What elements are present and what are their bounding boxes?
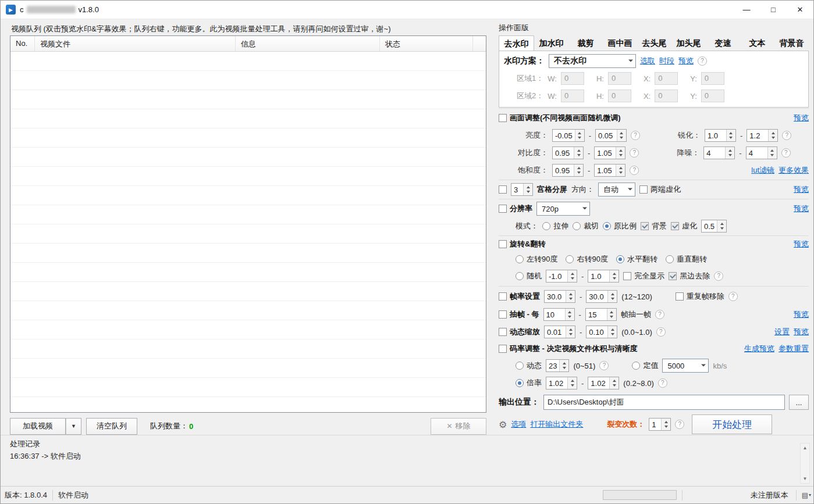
mode-crop-radio[interactable]: 裁切 [573, 221, 599, 231]
tab-remove-watermark[interactable]: 去水印 [499, 35, 534, 51]
options-link[interactable]: 选项 [511, 419, 526, 430]
region2-h-input[interactable]: 0 [608, 90, 631, 102]
more-effects-link[interactable]: 更多效果 [779, 165, 809, 176]
frame-extract-checkbox[interactable]: 抽帧 - 每 [499, 309, 539, 320]
tab-add-intro-outro[interactable]: 加头尾 [671, 35, 706, 51]
time-period-link[interactable]: 时段 [659, 56, 674, 66]
gear-icon[interactable]: ⚙ [499, 419, 507, 430]
tab-background-audio[interactable]: 背景音 [774, 35, 809, 51]
maximize-button[interactable]: □ [760, 1, 787, 19]
log-scrollbar[interactable]: ▲ ▼ [800, 443, 810, 484]
clear-queue-button[interactable]: 清空队列 [86, 418, 137, 435]
dynamic-zoom-checkbox[interactable]: 动态缩放 [499, 327, 540, 337]
grid-count-spinner[interactable]: 3 [511, 183, 533, 196]
blur-amount-spinner[interactable]: 0.5 [701, 220, 727, 233]
remove-button[interactable]: ✕ 移除 [431, 418, 486, 435]
mode-stretch-radio[interactable]: 拉伸 [542, 221, 568, 231]
col-no[interactable]: No. [10, 36, 35, 51]
rotate-min-spinner[interactable]: -1.0 [546, 270, 577, 283]
background-checkbox[interactable]: 背景 [641, 221, 667, 231]
bitrate-dynamic-radio[interactable]: 动态 [516, 360, 542, 371]
rotate-random-radio[interactable]: 随机 [516, 271, 542, 281]
load-video-button[interactable]: 加载视频 [10, 418, 66, 435]
zoom-max-spinner[interactable]: 0.10 [586, 326, 617, 338]
rotate-max-spinner[interactable]: 1.0 [588, 270, 619, 283]
region2-y-input[interactable]: 0 [701, 90, 724, 102]
sharpen-min-spinner[interactable]: 1.0 [705, 129, 736, 142]
tab-add-watermark[interactable]: 加水印 [534, 35, 568, 51]
full-display-checkbox[interactable]: 完全显示 [623, 271, 664, 281]
scroll-up-icon[interactable]: ▲ [801, 444, 809, 452]
region1-x-input[interactable]: 0 [655, 72, 678, 85]
scroll-down-icon[interactable]: ▼ [801, 474, 809, 483]
output-path-input[interactable] [543, 395, 785, 410]
contrast-min-spinner[interactable]: 0.95 [552, 146, 584, 159]
region1-h-input[interactable]: 0 [608, 72, 631, 85]
rotate-flip-checkbox[interactable]: 旋转&翻转 [499, 239, 545, 249]
saturation-max-spinner[interactable]: 1.05 [594, 164, 625, 177]
direction-select[interactable]: 自动 [598, 183, 635, 196]
multiplier-max-spinner[interactable]: 1.02 [588, 377, 619, 389]
help-icon[interactable]: ? [656, 327, 666, 337]
grid-split-checkbox[interactable] [499, 185, 507, 194]
region1-y-input[interactable]: 0 [701, 72, 724, 85]
tab-picture-in-picture[interactable]: 画中画 [603, 35, 637, 51]
fission-count-spinner[interactable]: 1 [649, 418, 671, 431]
extract-preview-link[interactable]: 预览 [794, 309, 809, 320]
framerate-min-spinner[interactable]: 30.0 [544, 290, 575, 303]
brightness-min-spinner[interactable]: -0.05 [552, 129, 585, 142]
load-video-dropdown[interactable]: ▼ [66, 418, 81, 435]
blur-checkbox[interactable]: 虚化 [671, 221, 697, 231]
framerate-max-spinner[interactable]: 30.0 [586, 290, 617, 303]
resolution-select[interactable]: 720p [536, 202, 590, 216]
rotate-preview-link[interactable]: 预览 [794, 239, 809, 249]
zoom-min-spinner[interactable]: 0.01 [544, 326, 575, 338]
region2-x-input[interactable]: 0 [655, 90, 678, 102]
adjust-preview-link[interactable]: 预览 [794, 113, 809, 123]
lut-filter-link[interactable]: lut滤镜 [751, 165, 774, 176]
help-icon[interactable]: ? [728, 292, 738, 301]
help-icon[interactable]: ? [599, 361, 609, 370]
brightness-max-spinner[interactable]: 0.05 [595, 129, 627, 142]
framerate-checkbox[interactable]: 帧率设置 [499, 291, 540, 302]
zoom-preview-link[interactable]: 预览 [794, 327, 809, 337]
watermark-preview-link[interactable]: 预览 [678, 56, 694, 66]
statusbar-menu-icon[interactable]: ▤ ▾ [802, 491, 811, 499]
help-icon[interactable]: ? [631, 131, 640, 140]
param-reset-link[interactable]: 参数重置 [779, 344, 809, 354]
tab-crop[interactable]: 裁剪 [568, 35, 603, 51]
fixed-bitrate-select[interactable]: 5000 [662, 359, 709, 373]
generate-preview-link[interactable]: 生成预览 [744, 344, 774, 354]
grid-preview-link[interactable]: 预览 [794, 184, 809, 195]
bitrate-checkbox[interactable]: 码率调整 - 决定视频文件体积与清晰度 [499, 344, 638, 354]
bitrate-fixed-radio[interactable]: 定值 [632, 360, 658, 371]
region1-w-input[interactable]: 0 [561, 72, 584, 85]
help-icon[interactable]: ? [781, 148, 791, 158]
help-icon[interactable]: ? [675, 420, 684, 429]
bitrate-multiplier-radio[interactable]: 倍率 [516, 378, 542, 388]
tab-remove-intro-outro[interactable]: 去头尾 [637, 35, 671, 51]
browse-button[interactable]: ... [789, 395, 809, 410]
help-icon[interactable]: ? [698, 56, 707, 66]
help-icon[interactable]: ? [630, 166, 639, 175]
help-icon[interactable]: ? [658, 378, 667, 388]
col-info[interactable]: 信息 [236, 36, 380, 51]
help-icon[interactable]: ? [782, 131, 791, 140]
zoom-settings-link[interactable]: 设置 [774, 327, 790, 337]
sharpen-max-spinner[interactable]: 1.2 [747, 129, 778, 142]
col-video-file[interactable]: 视频文件 [35, 36, 236, 51]
resolution-preview-link[interactable]: 预览 [794, 203, 809, 214]
resolution-checkbox[interactable]: 分辨率 [499, 203, 532, 214]
open-output-folder-link[interactable]: 打开输出文件夹 [530, 419, 583, 430]
multiplier-min-spinner[interactable]: 1.02 [546, 377, 577, 389]
help-icon[interactable]: ? [714, 271, 723, 281]
pick-region-link[interactable]: 选取 [640, 56, 655, 66]
crf-spinner[interactable]: 23 [546, 359, 569, 372]
edge-blur-checkbox[interactable]: 两端虚化 [639, 184, 681, 195]
black-edge-remove-checkbox[interactable]: 黑边去除 [669, 271, 710, 281]
mode-original-ratio-radio[interactable]: 原比例 [603, 221, 637, 231]
table-body[interactable] [10, 52, 486, 412]
tab-speed-change[interactable]: 变速 [706, 35, 740, 51]
extract-min-spinner[interactable]: 10 [543, 308, 575, 321]
denoise-max-spinner[interactable]: 4 [746, 146, 777, 159]
